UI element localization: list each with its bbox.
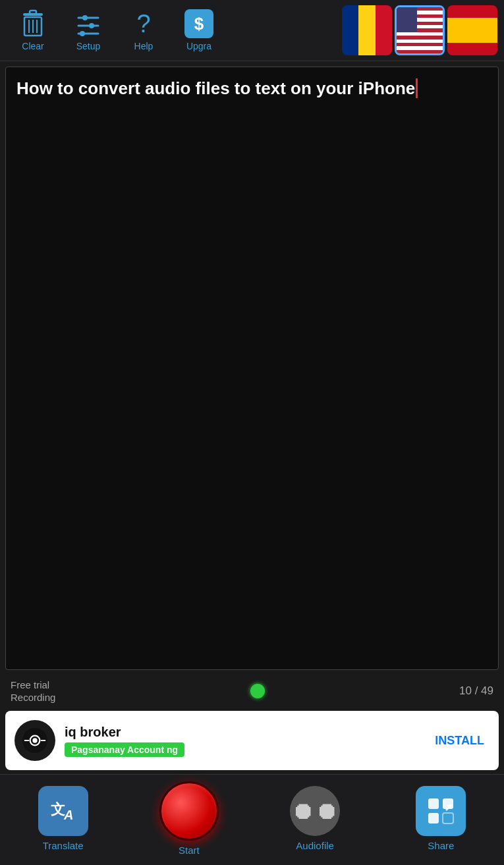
svg-rect-21 [428,813,439,823]
help-label: Help [134,41,154,51]
text-cursor [416,78,418,98]
status-dot-area [55,684,459,698]
help-button[interactable]: ? Help [117,5,170,55]
flag-spain[interactable] [447,5,497,55]
audiofile-icon: ⏺⏺ [290,786,340,836]
ad-subtitle: Pagsananay Account ng [65,742,184,757]
svg-rect-19 [428,798,439,809]
audiofile-button[interactable]: ⏺⏺ Audiofile [282,786,348,851]
free-trial-text: Free trial [11,679,55,690]
transcript-text: How to convert audio files to text on yo… [16,78,488,100]
status-left: Free trial Recording [11,679,55,703]
upgrade-button[interactable]: $ Upgra [173,5,225,55]
trash-icon [18,9,47,38]
audiofile-label: Audiofile [296,840,334,851]
ad-banner[interactable]: iq broker Pagsananay Account ng INSTALL [5,711,499,770]
start-button[interactable]: Start [156,781,222,856]
svg-point-7 [82,15,88,20]
upgrade-label: Upgra [186,41,211,51]
recording-text: Recording [11,692,55,703]
flag-us[interactable] [395,5,445,55]
ad-install-button[interactable]: INSTALL [430,729,490,753]
translate-button[interactable]: 文 A Translate [30,786,96,851]
setup-label: Setup [76,41,101,51]
setup-button[interactable]: Setup [62,5,115,55]
status-bar: Free trial Recording 10 / 49 [0,675,504,707]
translate-label: Translate [43,840,84,851]
ad-logo [14,720,55,761]
share-icon [416,786,466,836]
start-label: Start [179,845,200,856]
clear-label: Clear [22,41,43,51]
share-button[interactable]: Share [408,786,474,851]
svg-text:A: A [63,808,73,822]
upgrade-icon: $ [184,9,213,38]
svg-text:文: 文 [51,801,65,818]
bottom-toolbar: 文 A Translate Start ⏺⏺ Audiofile [0,774,504,865]
translate-icon: 文 A [38,786,88,836]
svg-point-11 [80,31,85,36]
help-icon: ? [129,9,158,38]
sliders-icon [74,9,103,38]
transcript-area[interactable]: How to convert audio files to text on yo… [5,67,499,670]
toolbar: Clear Setup ? Help $ Upgra [0,0,504,61]
clear-button[interactable]: Clear [7,5,59,55]
flag-group [342,5,497,55]
ad-title: iq broker [65,725,420,740]
active-indicator [250,684,265,698]
ad-text-block: iq broker Pagsananay Account ng [65,725,420,757]
record-icon[interactable] [159,781,219,841]
svg-point-14 [32,738,37,742]
word-count: 10 / 49 [459,684,493,698]
svg-point-9 [89,23,94,28]
svg-rect-22 [443,813,453,823]
flag-romanian[interactable] [342,5,392,55]
svg-rect-1 [30,11,36,14]
share-label: Share [428,840,454,851]
